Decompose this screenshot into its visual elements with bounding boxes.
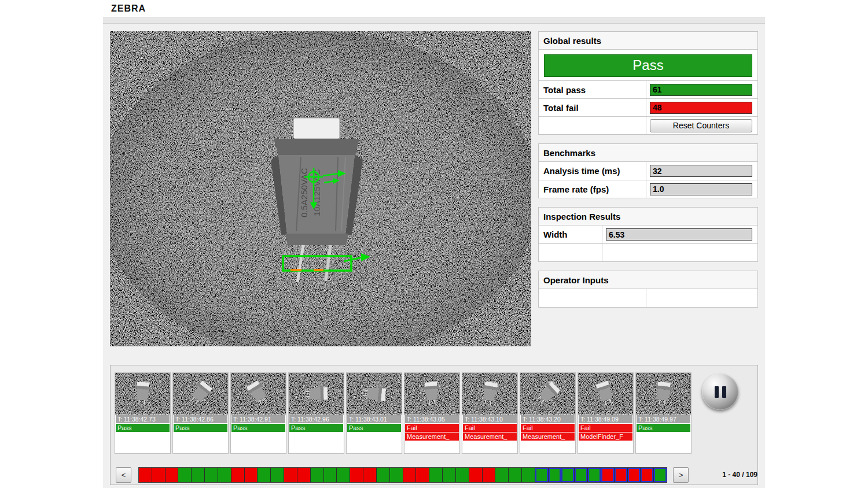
history-cell[interactable] [311, 468, 324, 482]
title-bar: ZEBRA [103, 0, 765, 17]
empty-cell [646, 289, 757, 307]
history-cell[interactable] [258, 468, 271, 482]
history-cell[interactable] [601, 468, 615, 482]
history-cell[interactable] [522, 468, 535, 482]
history-cell[interactable] [549, 468, 562, 482]
width-label: Width [539, 225, 602, 243]
section-title-operator-inputs: Operator Inputs [539, 271, 757, 289]
total-pass-value: 61 [650, 84, 752, 96]
history-cell[interactable] [350, 468, 363, 482]
section-title-inspection-results: Inspection Results [539, 208, 757, 225]
filmstrip-thumbnail[interactable]: T: 11:38:43.01 Pass [346, 372, 402, 454]
main-content: 0.5A250VAC 10A125VAC [103, 24, 765, 487]
filmstrip-thumbnail[interactable]: T: 11:38:42.96 Pass [288, 372, 344, 454]
frame-rate-label: Frame rate (fps) [539, 180, 646, 198]
total-fail-row: Total fail 48 [539, 98, 757, 116]
thumbnail-status: Fail [463, 424, 517, 432]
filmstrip-thumbnail[interactable]: T: 11:38:43.10 Fail Measurement_ [462, 372, 518, 454]
history-cell[interactable] [218, 468, 231, 482]
filmstrip-thumbnail[interactable]: T: 11:38:43.05 Fail Measurement_ [404, 372, 460, 454]
pause-button[interactable] [702, 374, 738, 410]
thumbnail-status: Pass [231, 424, 285, 432]
thumbnail-timestamp: T: 11:38:43.20 [521, 415, 575, 423]
history-cell[interactable] [654, 468, 667, 482]
history-cell[interactable] [284, 468, 297, 482]
history-cell[interactable] [324, 468, 337, 482]
total-fail-value: 48 [650, 102, 752, 114]
history-cell[interactable] [245, 468, 258, 482]
filmstrip-thumbnail[interactable]: T: 11:38:49.97 Pass [635, 372, 692, 454]
filmstrip-thumbnail[interactable]: T: 11:38:42.86 Pass [172, 372, 229, 454]
history-cell[interactable] [165, 468, 179, 482]
history-cell[interactable] [469, 468, 483, 482]
app-window: ZEBRA [103, 0, 765, 488]
section-title-global-results: Global results [539, 32, 757, 50]
history-cell[interactable] [509, 468, 522, 482]
thumbnail-timestamp: T: 11:38:42.96 [289, 415, 343, 423]
status-banner-wrap: Pass [539, 50, 757, 80]
part-thumbnail-image [173, 373, 228, 415]
part-thumbnail-image [578, 373, 633, 415]
zebra-logo: ZEBRA [111, 3, 146, 14]
history-strip [138, 467, 667, 483]
history-cell[interactable] [390, 468, 403, 482]
reset-counters-button[interactable]: Reset Counters [650, 119, 752, 132]
thumbnail-timestamp: T: 11:38:43.05 [405, 415, 459, 423]
history-cell[interactable] [377, 468, 390, 482]
history-cell[interactable] [575, 468, 588, 482]
history-cell[interactable] [271, 468, 284, 482]
filmstrip-nav: < > 1 - 40 / 109 [111, 466, 757, 483]
history-cell[interactable] [152, 468, 165, 482]
next-page-button[interactable]: > [673, 467, 689, 483]
history-cell[interactable] [443, 468, 456, 482]
history-cell[interactable] [495, 468, 509, 482]
prev-page-button[interactable]: < [116, 467, 131, 483]
filmstrip-thumbnail[interactable]: T: 11:38:42.91 Pass [230, 372, 286, 454]
thumbnail-timestamp: T: 11:38:49.97 [637, 415, 690, 423]
filmstrip-thumbnail[interactable]: T: 11:38:49.09 Fail ModelFinder_F [578, 372, 634, 454]
toolbar-strip [103, 17, 765, 24]
part-thumbnail-image [636, 373, 691, 415]
history-cell[interactable] [192, 468, 205, 482]
history-cell[interactable] [561, 468, 575, 482]
history-cell[interactable] [641, 468, 654, 482]
history-cell[interactable] [297, 468, 311, 482]
history-cell[interactable] [403, 468, 417, 482]
pause-icon [715, 386, 726, 398]
history-cell[interactable] [456, 468, 469, 482]
analysis-time-value: 32 [650, 165, 752, 177]
frame-rate-value: 1.0 [650, 183, 752, 195]
thumbnail-timestamp: T: 11:38:49.09 [579, 415, 632, 423]
history-cell[interactable] [588, 468, 601, 482]
history-cell[interactable] [231, 468, 245, 482]
history-cell[interactable] [205, 468, 218, 482]
operator-inputs-empty-row [539, 289, 757, 307]
history-cell[interactable] [178, 468, 192, 482]
camera-view: 0.5A250VAC 10A125VAC [110, 31, 531, 346]
history-cell[interactable] [337, 468, 350, 482]
history-cell[interactable] [429, 468, 443, 482]
width-row: Width 6.53 [539, 225, 757, 243]
history-cell[interactable] [483, 468, 496, 482]
total-pass-row: Total pass 61 [539, 80, 757, 98]
filmstrip-thumbnail[interactable]: T: 11:38:42.73 Pass [115, 372, 171, 454]
thumbnail-status: Fail [579, 424, 632, 432]
history-cell[interactable] [628, 468, 641, 482]
range-label: 1 - 40 / 109 [722, 471, 757, 479]
history-cell[interactable] [139, 468, 152, 482]
history-cell[interactable] [416, 468, 429, 482]
frame-rate-row: Frame rate (fps) 1.0 [539, 180, 757, 198]
analysis-time-label: Analysis time (ms) [539, 162, 646, 180]
empty-cell [539, 244, 602, 261]
inspection-results-section: Inspection Results Width 6.53 [538, 207, 758, 262]
part-thumbnail-image [520, 373, 575, 415]
thumbnail-fail-detail: Measurement_ [463, 432, 517, 441]
filmstrip-thumbnail[interactable]: T: 11:38:43.20 Fail Measurement_ [520, 372, 576, 454]
history-cell[interactable] [363, 468, 377, 482]
total-pass-label: Total pass [539, 81, 646, 98]
history-cell[interactable] [615, 468, 628, 482]
thumbnail-timestamp: T: 11:38:42.73 [116, 415, 170, 423]
history-cell[interactable] [535, 468, 549, 482]
thumbnail-fail-detail: Measurement_ [521, 432, 575, 441]
thumbnail-status: Fail [405, 424, 459, 432]
